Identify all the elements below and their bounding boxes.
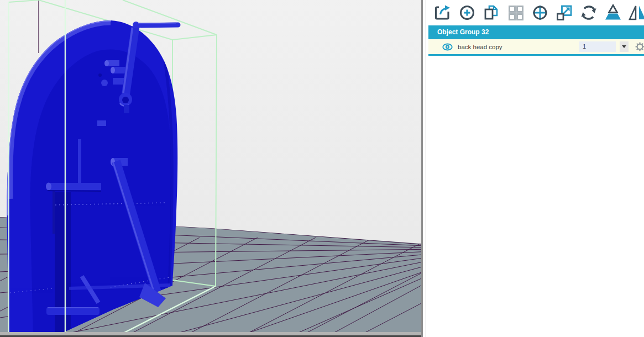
scale-model-button[interactable] <box>554 3 574 23</box>
object-group-title: Object Group 32 <box>437 28 489 36</box>
add-model-button[interactable] <box>457 3 477 23</box>
arrange-grid-icon <box>509 7 522 20</box>
object-settings-gear-icon[interactable] <box>635 42 644 51</box>
model-toolbar <box>426 0 644 25</box>
3d-viewport[interactable] <box>0 0 421 337</box>
duplicate-model-button[interactable] <box>481 3 501 23</box>
center-model-button[interactable] <box>530 3 550 23</box>
support-structures-button[interactable] <box>603 3 623 23</box>
support-triangle-icon <box>605 6 621 20</box>
rotate-model-button[interactable] <box>578 3 599 23</box>
viewport-bottom-bar <box>0 332 421 335</box>
app-window: Object Group 32 back head copy 1 <box>0 0 644 337</box>
object-name: back head copy <box>458 44 502 50</box>
quantity-value: 1 <box>583 43 586 50</box>
scale-icon <box>557 6 571 20</box>
mirror-icon <box>630 6 644 20</box>
chevron-down-icon <box>622 45 626 48</box>
visibility-eye-icon[interactable] <box>442 43 453 51</box>
quantity-dropdown-button[interactable] <box>620 41 629 52</box>
model-panel: Object Group 32 back head copy 1 <box>426 0 644 337</box>
duplicate-icon <box>485 6 497 19</box>
rotate-icon <box>581 7 596 19</box>
export-model-button[interactable] <box>432 3 453 23</box>
center-target-icon <box>533 6 547 20</box>
object-row[interactable]: back head copy 1 <box>428 39 644 54</box>
model-back-head <box>7 20 178 337</box>
add-icon <box>460 7 473 19</box>
group-underline <box>428 54 644 56</box>
quantity-field[interactable]: 1 <box>579 41 616 52</box>
export-icon <box>436 6 450 19</box>
mirror-model-button[interactable] <box>627 3 644 23</box>
object-group-header[interactable]: Object Group 32 <box>428 25 644 39</box>
arrange-models-button[interactable] <box>505 3 526 23</box>
